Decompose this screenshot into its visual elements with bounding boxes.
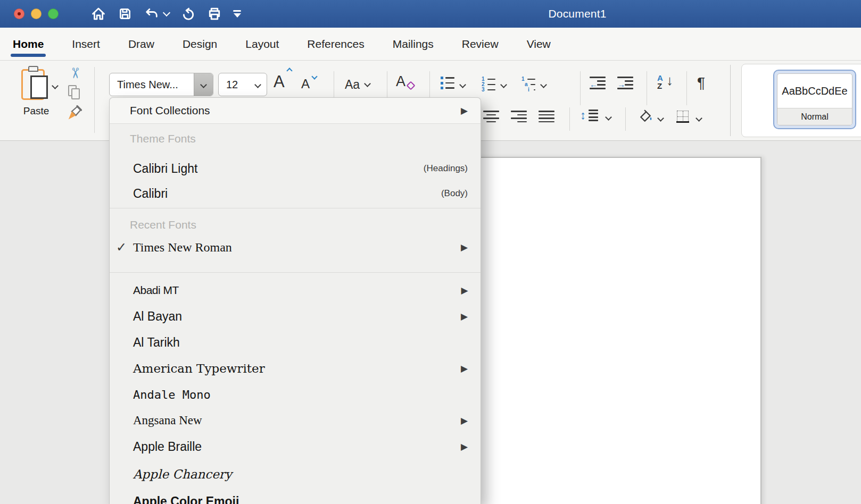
submenu-arrow-icon: ▶ [461, 105, 468, 116]
recent-fonts-header: Recent Fonts [110, 217, 481, 233]
theme-fonts-header: Theme Fonts [110, 131, 481, 147]
increase-indent-button[interactable]: → [617, 77, 633, 89]
font-dropdown-menu: Font Collections ▶ Theme Fonts Calibri L… [109, 97, 481, 504]
eraser-icon [407, 81, 416, 90]
shrink-caret-icon [311, 73, 317, 79]
align-right-icon [511, 111, 527, 122]
undo-dropdown-chevron-icon[interactable] [163, 9, 170, 16]
grow-font-button[interactable]: A [274, 72, 285, 91]
tab-mailings[interactable]: Mailings [392, 30, 435, 58]
zoom-button[interactable] [48, 9, 59, 19]
menu-item-calibri-light[interactable]: Calibri Light (Headings) [110, 156, 481, 181]
format-painter-icon[interactable] [67, 105, 82, 121]
decrease-indent-button[interactable]: ← [590, 77, 606, 89]
decrease-indent-icon: ← [590, 77, 606, 89]
borders-button[interactable] [677, 111, 689, 122]
menu-item-al-tarikh[interactable]: Al Tarikh [110, 331, 481, 354]
menu-item-font-collections[interactable]: Font Collections ▶ [110, 98, 481, 124]
clear-formatting-letter: A [396, 73, 405, 90]
minimize-button[interactable] [31, 9, 42, 19]
tab-layout[interactable]: Layout [244, 30, 280, 58]
font-label: Calibri [133, 187, 168, 201]
multilevel-list-button[interactable]: 1 a i [521, 77, 535, 89]
font-collections-label: Font Collections [130, 104, 210, 117]
numbering-button[interactable]: 1 2 3 [482, 77, 495, 89]
styles-gallery: AaBbCcDdEe Normal [741, 64, 861, 137]
menu-item-apple-braille[interactable]: Apple Braille ▶ [110, 435, 481, 458]
close-button[interactable] [14, 9, 24, 19]
customize-toolbar-icon[interactable] [233, 10, 241, 18]
change-case-button[interactable]: Aa [345, 78, 370, 92]
paste-label: Paste [15, 105, 57, 117]
submenu-arrow-icon: ▶ [461, 311, 468, 322]
font-name-dropdown-button[interactable] [194, 73, 213, 96]
line-spacing-button[interactable]: ↕ [580, 110, 598, 121]
menu-item-apple-chancery[interactable]: Apple Chancery [110, 463, 481, 486]
font-label: Times New Roman [133, 240, 232, 255]
headings-tag: (Headings) [424, 163, 468, 174]
numbering-chevron-icon [500, 81, 507, 88]
home-icon[interactable] [90, 6, 106, 22]
multilevel-list-icon: 1 a i [521, 77, 535, 89]
menu-item-calibri[interactable]: Calibri (Body) [110, 182, 481, 205]
align-center-button[interactable] [483, 111, 499, 122]
menu-item-abadi-mt[interactable]: Abadi MT ▶ [110, 279, 481, 302]
menu-item-al-bayan[interactable]: Al Bayan ▶ [110, 305, 481, 328]
tab-references[interactable]: References [306, 30, 365, 58]
document-title: Document1 [548, 7, 606, 20]
submenu-arrow-icon: ▶ [461, 242, 468, 253]
tab-view[interactable]: View [526, 30, 552, 58]
font-name-combobox[interactable]: Times New... [109, 73, 213, 96]
save-icon[interactable] [117, 6, 133, 22]
ribbon-tabbar: Home Insert Draw Design Layout Reference… [0, 28, 861, 61]
line-spacing-chevron-icon [605, 114, 612, 121]
paste-button[interactable]: Paste [15, 66, 57, 117]
style-normal-card[interactable]: AaBbCcDdEe Normal [773, 70, 856, 129]
undo-icon[interactable] [144, 6, 160, 22]
style-preview-text: AaBbCcDdEe [777, 74, 852, 108]
show-formatting-marks-button[interactable]: ¶ [697, 74, 705, 91]
borders-icon [677, 111, 689, 122]
shrink-font-button[interactable]: A [301, 77, 310, 91]
line-spacing-icon: ↕ [580, 110, 598, 121]
bullets-button[interactable] [441, 77, 454, 89]
tab-insert[interactable]: Insert [71, 30, 101, 58]
paste-clipboard-icon [21, 66, 51, 101]
grow-caret-icon [286, 68, 292, 73]
clear-formatting-button[interactable]: A [396, 73, 405, 90]
font-size-combobox[interactable]: 12 [218, 73, 267, 96]
body-tag: (Body) [441, 188, 468, 199]
font-label: Andale Mono [133, 388, 211, 401]
menu-item-american-typewriter[interactable]: American Typewriter ▶ [110, 357, 481, 380]
redo-icon[interactable] [180, 6, 196, 22]
shading-button[interactable] [638, 108, 653, 124]
menu-item-andale-mono[interactable]: Andale Mono [110, 383, 481, 406]
font-label: Apple Color Emoji [133, 494, 239, 504]
increase-indent-icon: → [617, 77, 633, 89]
tab-draw[interactable]: Draw [127, 30, 155, 58]
submenu-arrow-icon: ▶ [461, 363, 468, 374]
font-size-dropdown-chevron-icon[interactable] [254, 81, 261, 88]
font-name-value: Times New... [110, 79, 194, 91]
menu-item-times-new-roman[interactable]: ✓ Times New Roman ▶ [110, 235, 481, 259]
divider [686, 71, 687, 105]
menu-separator [110, 272, 481, 273]
tab-home[interactable]: Home [12, 30, 45, 58]
menu-item-apple-color-emoji[interactable]: Apple Color Emoji [110, 490, 481, 504]
sort-button[interactable]: A Z ↓ [657, 74, 673, 90]
justify-button[interactable] [539, 111, 554, 122]
numbered-list-icon: 1 2 3 [482, 77, 495, 89]
group-divider [94, 67, 95, 133]
align-right-button[interactable] [511, 111, 527, 122]
align-center-icon [483, 111, 499, 122]
copy-icon[interactable] [68, 85, 81, 100]
font-label: Calibri Light [133, 162, 197, 176]
menu-item-angsana-new[interactable]: Angsana New ▶ [110, 409, 481, 432]
print-icon[interactable] [206, 6, 222, 22]
cut-icon[interactable]: ✂ [68, 67, 82, 79]
tab-design[interactable]: Design [181, 30, 218, 58]
font-label: Al Bayan [133, 309, 182, 324]
paint-bucket-icon [638, 108, 653, 124]
tab-review[interactable]: Review [461, 30, 500, 58]
paste-dropdown-chevron-icon[interactable] [52, 82, 59, 89]
